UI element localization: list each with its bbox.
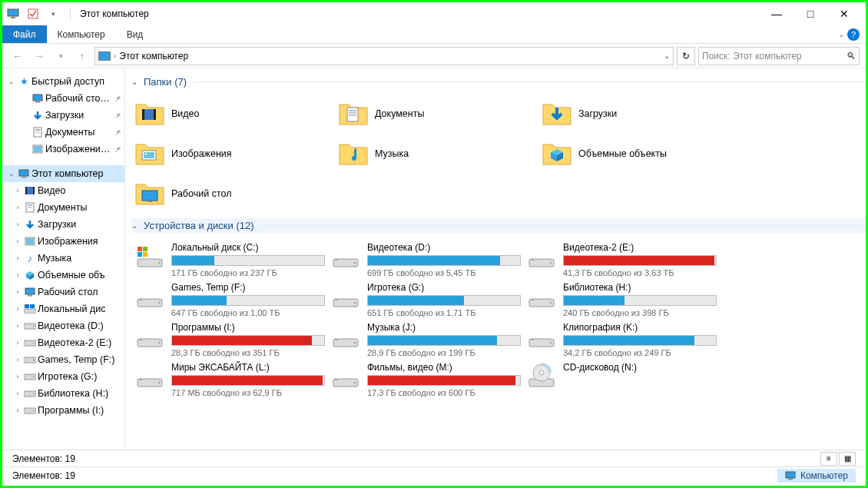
sidebar-item[interactable]: ›Игротека (G:) — [2, 368, 124, 385]
menu-computer[interactable]: Компьютер — [47, 25, 116, 43]
pin-icon: 📌︎ — [114, 145, 121, 154]
expand-icon[interactable]: › — [13, 339, 22, 347]
svg-point-71 — [158, 342, 160, 344]
nav-back-button[interactable]: ← — [8, 47, 27, 65]
sidebar-item[interactable]: Изображени…📌︎ — [2, 141, 124, 158]
expand-icon[interactable]: › — [13, 204, 22, 211]
sidebar-item[interactable]: ⌄Этот компьютер — [2, 165, 124, 182]
expand-icon[interactable]: › — [13, 305, 22, 313]
expand-icon[interactable]: › — [13, 322, 22, 330]
expand-icon[interactable]: › — [13, 288, 22, 296]
nav-up-button[interactable]: ↑ — [73, 47, 91, 65]
sidebar-item[interactable]: ›Документы — [2, 199, 124, 216]
drive-item[interactable]: Музыка (J:) 28,9 ГБ свободно из 199 ГБ — [327, 319, 523, 359]
drive-item[interactable]: Games, Temp (F:) 647 ГБ свободно из 1,00… — [131, 279, 327, 319]
expand-icon[interactable]: › — [13, 356, 22, 364]
sidebar-item[interactable]: ›Локальный дис — [2, 300, 124, 317]
expand-icon[interactable]: ⌄ — [7, 170, 16, 178]
sidebar-item[interactable]: ›Изображения — [2, 233, 124, 250]
drive-item[interactable]: Миры ЭКСАБАЙТА (L:) 717 МБ свободно из 6… — [131, 359, 327, 399]
group-header-drives[interactable]: ⌄ Устройства и диски (12) — [131, 218, 866, 233]
sidebar-item[interactable]: Рабочий сто…📌︎ — [2, 90, 124, 107]
folder-item[interactable]: Загрузки — [538, 94, 742, 134]
computer-badge[interactable]: Компьютер — [777, 469, 856, 483]
folder-label: Объемные объекты — [578, 148, 667, 159]
menu-view[interactable]: Вид — [116, 25, 154, 43]
drive-item[interactable]: Фильмы, видео (M:) 17,3 ГБ свободно из 6… — [327, 359, 523, 399]
sidebar-item[interactable]: Загрузки📌︎ — [2, 107, 124, 124]
folder-label: Рабочий стол — [171, 188, 231, 199]
search-input[interactable]: Поиск: Этот компьютер 🔍︎ — [698, 47, 860, 65]
menu-file[interactable]: Файл — [2, 25, 47, 43]
nav-forward-button[interactable]: → — [30, 47, 48, 65]
qat-dropdown-icon[interactable]: ▾ — [47, 8, 59, 20]
search-icon: 🔍︎ — [846, 51, 856, 61]
drive-item[interactable]: Видеотека (D:) 699 ГБ свободно из 5,45 Т… — [327, 239, 523, 279]
sidebar-item[interactable]: ›Видео — [2, 182, 124, 199]
drive-item[interactable]: Клипография (K:) 34,2 ГБ свободно из 249… — [523, 319, 719, 359]
drive-usage-bar — [367, 335, 521, 346]
drive-name: Миры ЭКСАБАЙТА (L:) — [171, 362, 325, 373]
help-icon[interactable]: ? — [847, 28, 860, 41]
sidebar-item[interactable]: ›Библиотека (H:) — [2, 385, 124, 402]
folder-item[interactable]: Изображения — [131, 134, 335, 174]
drive-item[interactable]: Игротека (G:) 651 ГБ свободно из 1,71 ТБ — [327, 279, 523, 319]
drive-item[interactable]: Программы (I:) 28,3 ГБ свободно из 351 Г… — [131, 319, 327, 359]
view-details-button[interactable]: ≡ — [820, 452, 837, 466]
expand-icon[interactable]: › — [13, 407, 22, 414]
folder-item[interactable]: Музыка — [335, 134, 538, 174]
sidebar-item[interactable]: ›Games, Temp (F:) — [2, 351, 124, 368]
sidebar-item[interactable]: ›Объемные объ — [2, 267, 124, 284]
folder-item[interactable]: Документы — [335, 94, 538, 134]
drive-icon — [24, 354, 36, 366]
expand-icon[interactable]: › — [13, 187, 22, 194]
nav-history-icon[interactable]: ▾ — [51, 47, 70, 65]
drive-usage-bar — [367, 295, 521, 306]
refresh-button[interactable]: ↻ — [677, 47, 695, 65]
search-placeholder: Поиск: Этот компьютер — [702, 51, 802, 61]
sidebar-item[interactable]: ›♪Музыка — [2, 250, 124, 267]
address-field[interactable]: › Этот компьютер ⌄ — [94, 47, 674, 65]
svg-point-77 — [550, 342, 552, 344]
sidebar-item[interactable]: ›Программы (I:) — [2, 402, 124, 419]
folder-item[interactable]: Рабочий стол — [131, 174, 335, 214]
expand-icon[interactable]: › — [13, 221, 22, 228]
app-icon — [7, 8, 19, 20]
expand-icon[interactable]: ⌄ — [7, 78, 16, 85]
drive-item[interactable]: Видеотека-2 (E:) 41,3 ГБ свободно из 3,6… — [523, 239, 719, 279]
svg-point-65 — [354, 302, 356, 304]
svg-point-87 — [539, 370, 544, 375]
folder-item[interactable]: Объемные объекты — [538, 134, 742, 174]
maximize-button[interactable]: □ — [793, 3, 827, 25]
pc-icon — [98, 51, 111, 61]
qat-properties-icon[interactable] — [27, 8, 39, 20]
minimize-button[interactable]: — — [760, 3, 793, 25]
view-tiles-button[interactable]: ▦ — [839, 452, 856, 466]
expand-icon[interactable]: › — [13, 271, 22, 279]
group-header-folders[interactable]: ⌄ Папки (7) — [131, 76, 866, 88]
sidebar-item[interactable]: ›Видеотека (D:) — [2, 317, 124, 334]
drive-item[interactable]: CD-дисковод (N:) — [523, 359, 719, 399]
drive-icon — [330, 360, 361, 388]
sidebar-item[interactable]: ›Загрузки — [2, 216, 124, 233]
address-dropdown-icon[interactable]: ⌄ — [664, 51, 670, 60]
sidebar-item[interactable]: ›Рабочий стол — [2, 284, 124, 300]
drive-free-label: 651 ГБ свободно из 1,71 ТБ — [367, 308, 521, 317]
group-folders-title: Папки (7) — [144, 76, 187, 88]
sidebar-item[interactable]: ›Видеотека-2 (E:) — [2, 334, 124, 351]
sidebar-item-label: Games, Temp (F:) — [38, 354, 114, 365]
ribbon-expand-icon[interactable]: ⌄ — [838, 30, 844, 38]
expand-icon[interactable]: › — [13, 254, 22, 262]
svg-rect-52 — [143, 247, 147, 251]
folder-item[interactable]: Видео — [131, 94, 335, 134]
expand-icon[interactable]: › — [13, 373, 22, 380]
close-button[interactable]: ✕ — [827, 3, 861, 25]
svg-rect-38 — [142, 109, 144, 120]
nav-sidebar: ⌄★Быстрый доступРабочий сто…📌︎Загрузки📌︎… — [2, 68, 125, 472]
expand-icon[interactable]: › — [13, 390, 22, 397]
sidebar-item[interactable]: ⌄★Быстрый доступ — [2, 73, 124, 90]
sidebar-item[interactable]: Документы📌︎ — [2, 124, 124, 141]
expand-icon[interactable]: › — [13, 237, 22, 245]
drive-item[interactable]: Библиотека (H:) 240 ГБ свободно из 398 Г… — [523, 279, 719, 319]
drive-item[interactable]: Локальный диск (C:) 171 ГБ свободно из 2… — [131, 239, 327, 279]
